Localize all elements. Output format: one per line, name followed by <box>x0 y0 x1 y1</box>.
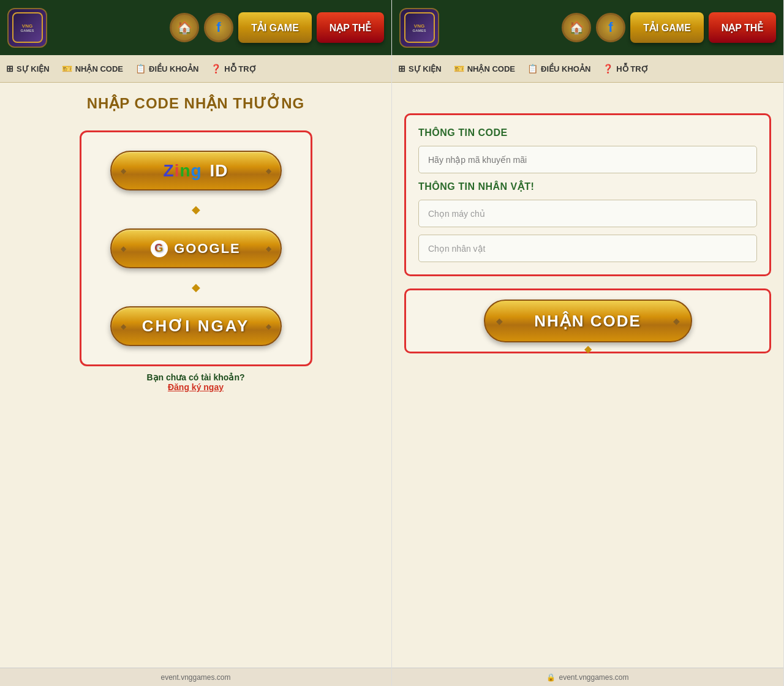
diamond-bottom-icon: ◆ <box>584 343 592 355</box>
help-icon: ❓ <box>211 64 221 74</box>
ticket-icon-right: 🎫 <box>454 64 464 74</box>
right-nav-nhan-code[interactable]: 🎫 NHẬN CODE <box>454 64 515 74</box>
code-label: THÔNG TIN CODE <box>418 127 757 138</box>
code-input[interactable] <box>418 146 757 173</box>
left-facebook-button[interactable]: f <box>204 13 233 42</box>
left-tai-game-button[interactable]: TẢI GAME <box>238 12 312 43</box>
left-sub-nav: ⊞ SỰ KIỆN 🎫 NHẬN CODE 📋 ĐIỀU KHOẢN ❓ HỖ … <box>0 55 391 83</box>
right-nav-ho-tro[interactable]: ❓ HỖ TRỢ <box>603 64 648 74</box>
left-panel: VNG GAMES 🏠 f TẢI GAME NẠP THẺ ⊞ SỰ KIỆN… <box>0 0 392 686</box>
right-nap-the-button[interactable]: NẠP THẺ <box>709 12 776 43</box>
choi-ngay-button[interactable]: CHƠI NGAY <box>110 306 282 346</box>
ticket-icon: 🎫 <box>62 64 72 74</box>
left-home-button[interactable]: 🏠 <box>170 13 199 42</box>
right-panel: VNG GAMES 🏠 f TẢI GAME NẠP THẺ ⊞ SỰ KIỆN… <box>392 0 784 686</box>
login-box: Zing ID ◆ G GOOGLE ◆ CHƠI NGAY <box>80 130 312 366</box>
code-form-box: THÔNG TIN CODE THÔNG TIN NHÂN VẬT! Chọn … <box>404 113 771 276</box>
register-link[interactable]: Đăng ký ngay <box>146 382 244 392</box>
diamond-sep-2: ◆ <box>192 281 200 294</box>
doc-icon: 📋 <box>135 64 146 74</box>
right-header: VNG GAMES 🏠 f TẢI GAME NẠP THẺ <box>392 0 783 55</box>
left-nav-ho-tro[interactable]: ❓ HỖ TRỢ <box>211 64 256 74</box>
right-content: THÔNG TIN CODE THÔNG TIN NHÂN VẬT! Chọn … <box>392 83 783 668</box>
left-header-nav: 🏠 f TẢI GAME NẠP THẺ <box>53 12 384 43</box>
register-question: Bạn chưa có tài khoản? <box>146 372 244 382</box>
doc-icon-right: 📋 <box>527 64 538 74</box>
google-g-icon: G <box>151 240 168 257</box>
right-facebook-button[interactable]: f <box>596 13 625 42</box>
register-section: Bạn chưa có tài khoản? Đăng ký ngay <box>146 372 244 392</box>
right-nav-dieu-khoan[interactable]: 📋 ĐIỀU KHOẢN <box>527 64 590 74</box>
left-logo: VNG GAMES <box>7 8 47 48</box>
nhan-code-button[interactable]: NHẬN CODE <box>484 300 692 342</box>
left-nap-the-button[interactable]: NẠP THẺ <box>317 12 384 43</box>
nhan-code-wrapper: NHẬN CODE ◆ <box>484 300 692 342</box>
right-footer: 🔒 event.vnggames.com <box>392 668 783 686</box>
left-nav-nhan-code[interactable]: 🎫 NHẬN CODE <box>62 64 123 74</box>
left-footer: event.vnggames.com <box>0 668 391 686</box>
right-home-button[interactable]: 🏠 <box>562 13 591 42</box>
help-icon-right: ❓ <box>603 64 613 74</box>
left-content: NHẬP CODE NHẬN THƯỞNG Zing ID ◆ G GOOGLE… <box>0 83 391 668</box>
grid-icon-right: ⊞ <box>398 64 405 74</box>
char-select[interactable]: Chọn nhân vật <box>418 235 757 262</box>
right-nav-su-kien[interactable]: ⊞ SỰ KIỆN <box>398 64 442 74</box>
left-nav-dieu-khoan[interactable]: 📋 ĐIỀU KHOẢN <box>135 64 198 74</box>
zing-id-button[interactable]: Zing ID <box>110 151 282 190</box>
google-button[interactable]: G GOOGLE <box>110 228 282 268</box>
page-title: NHẬP CODE NHẬN THƯỞNG <box>87 95 305 112</box>
submit-box: NHẬN CODE ◆ <box>404 288 771 353</box>
right-sub-nav: ⊞ SỰ KIỆN 🎫 NHẬN CODE 📋 ĐIỀU KHOẢN ❓ HỖ … <box>392 55 783 83</box>
char-label: THÔNG TIN NHÂN VẬT! <box>418 181 757 192</box>
left-nav-su-kien[interactable]: ⊞ SỰ KIỆN <box>6 64 50 74</box>
server-select[interactable]: Chọn máy chủ <box>418 200 757 227</box>
right-tai-game-button[interactable]: TẢI GAME <box>630 12 704 43</box>
left-header: VNG GAMES 🏠 f TẢI GAME NẠP THẺ <box>0 0 391 55</box>
diamond-sep-1: ◆ <box>192 203 200 216</box>
right-header-nav: 🏠 f TẢI GAME NẠP THẺ <box>445 12 776 43</box>
right-logo: VNG GAMES <box>399 8 439 48</box>
grid-icon: ⊞ <box>6 64 13 74</box>
